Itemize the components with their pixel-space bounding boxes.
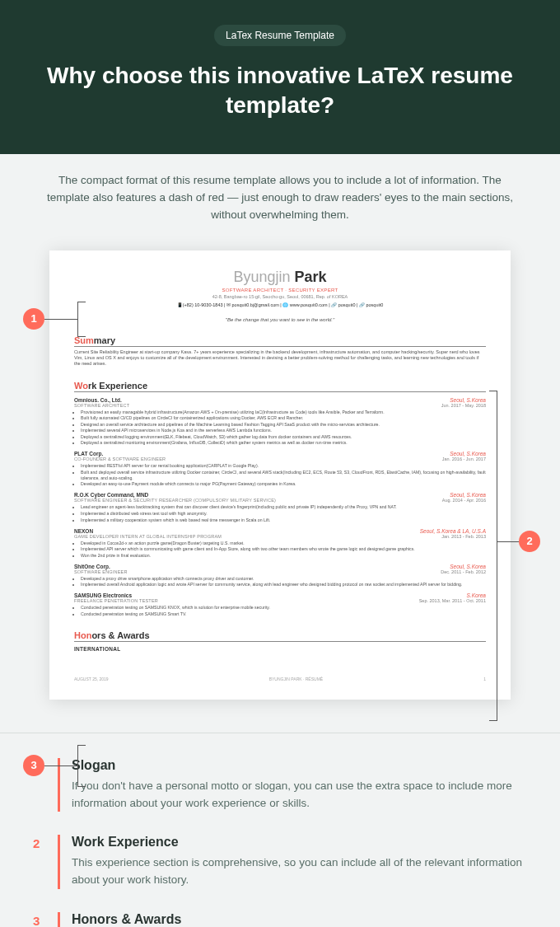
job-bullet: Implemented overall Android application … (81, 582, 486, 588)
callout: 1 Slogan If you don't have a personal mo… (33, 758, 527, 812)
job-location: Seoul, S.Korea (450, 564, 486, 569)
callout-body: Slogan If you don't have a personal mott… (58, 758, 527, 812)
job-company: R.O.K Cyber Command, MND (74, 492, 148, 498)
connector-line (77, 336, 86, 337)
marker-1: 1 (23, 308, 44, 330)
footer-page: 1 (483, 677, 486, 681)
callouts-section: 1 Slogan If you don't have a personal mo… (0, 733, 560, 927)
footer-center: BYUNGJIN PARK · RÉSUMÉ (269, 677, 323, 681)
resume-footer: AUGUST 25, 2019 BYUNGJIN PARK · RÉSUMÉ 1 (74, 677, 486, 681)
honors-international: INTERNATIONAL (74, 646, 486, 652)
resume-document: Byungjin Park SOFTWARE ARCHITECT · SECUR… (49, 250, 511, 700)
callout-number: 3 (33, 912, 44, 927)
job-location: S.Korea (467, 592, 487, 598)
job-bullet: Deployed a centralized monitoring enviro… (81, 440, 486, 446)
job-bullet: Lead engineer on agent-less backtracking… (81, 504, 486, 510)
job-bullet: Conducted penetration testing on SAMSUNG… (81, 605, 486, 611)
job-dates: Sep. 2013, Mar. 2011 - Oct. 2011 (419, 598, 486, 603)
resume-header: Byungjin Park SOFTWARE ARCHITECT · SECUR… (74, 269, 486, 322)
callout-title: Slogan (72, 758, 527, 773)
job-bullets: Developed in Cocos2d-x an action puzzle … (81, 541, 486, 559)
job-bullets: Provisioned an easily managable hybrid i… (81, 410, 486, 447)
job-bullet: Deployed a centralized logging environme… (81, 434, 486, 440)
job-bullets: Conducted penetration testing on SAMSUNG… (81, 605, 486, 617)
connector-line (44, 765, 77, 766)
marker-2: 2 (519, 531, 540, 552)
job-bullet: Provisioned an easily managable hybrid i… (81, 410, 486, 415)
callout-text: This experience section is comprehensive… (72, 854, 527, 889)
connector-line (489, 720, 497, 721)
connector-line (497, 391, 497, 720)
summary-text: Current Site Reliability Engineer at sta… (74, 349, 486, 368)
job-location: Seoul, S.Korea (450, 492, 486, 498)
connector-line (77, 302, 78, 336)
job-bullet: Built and deployed overall service infra… (81, 470, 486, 481)
job-entry: SAMSUNG ElectronicsS.Korea FREELANCE PEN… (74, 592, 486, 617)
job-role: SOFTWARE ENGINEER (74, 569, 128, 574)
resume-subtitle: SOFTWARE ARCHITECT · SECURITY EXPERT (74, 288, 486, 293)
job-bullet: Conducted penetration testing on SAMSUNG… (81, 611, 486, 617)
resume-contact: 📱(+82) 10-9030-1843 | ✉ posquit0.bj@gmai… (74, 302, 486, 307)
callout-body: Work Experience This experience section … (58, 835, 527, 889)
job-bullet: Designed an overall service architecture… (81, 422, 486, 428)
honors-section: Honors & Awards INTERNATIONAL (74, 630, 486, 652)
job-bullet: Developed a proxy drive smartphone appli… (81, 576, 486, 582)
job-dates: Jun. 2017 - May. 2018 (441, 403, 486, 408)
section-title-work: Work Experience (74, 381, 486, 392)
job-dates: Jan. 2013 - Feb. 2013 (441, 534, 486, 539)
job-role: SOFTWARE ENGINEER & SECURITY RESEARCHER … (74, 498, 276, 503)
job-entry: R.O.K Cyber Command, MNDSeoul, S.Korea S… (74, 492, 486, 522)
connector-line (77, 786, 86, 787)
job-entry: NEXONSeoul, S.Korea & LA, U.S.A GAME DEV… (74, 528, 486, 559)
job-bullets: Lead engineer on agent-less backtracking… (81, 504, 486, 522)
section-title-summary: Summary (74, 335, 486, 347)
job-bullets: Implemented RESTful API server for car r… (81, 463, 486, 487)
job-bullet: Implemented RESTful API server for car r… (81, 463, 486, 469)
job-location: Seoul, S.Korea & LA, U.S.A (420, 528, 486, 534)
connector-line (44, 319, 77, 320)
intro-text: The compact format of this resume templa… (41, 172, 519, 224)
job-bullet: Won the 2nd prize in final evaluation. (81, 553, 486, 559)
job-bullet: Built fully automated CI/CD pipelines on… (81, 415, 486, 421)
job-dates: Dec. 2011 - Feb. 2012 (441, 569, 486, 574)
job-entry: PLAT Corp.Seoul, S.Korea CO-FOUNDER & SO… (74, 451, 486, 487)
job-role: SOFTWARE ARCHITECT (74, 403, 129, 408)
job-company: SAMSUNG Electronics (74, 592, 132, 598)
job-bullets: Developed a proxy drive smartphone appli… (81, 576, 486, 588)
connector-line (77, 745, 78, 786)
job-dates: Aug. 2014 - Apr. 2016 (442, 498, 486, 503)
job-bullet: Implemented a distributed web stress tes… (81, 511, 486, 517)
job-entry: ShitOne Corp.Seoul, S.Korea SOFTWARE ENG… (74, 564, 486, 588)
connector-line (77, 302, 86, 302)
resume-address: 42-8, Bangbae-ro 15-gil, Seocho-gu, Seou… (74, 294, 486, 299)
job-bullet: Implemented several API microservices in… (81, 428, 486, 433)
callout: 2 Work Experience This experience sectio… (33, 835, 527, 889)
job-company: ShitOne Corp. (74, 564, 110, 569)
job-entry: Omnious. Co., Ltd.Seoul, S.Korea SOFTWAR… (74, 397, 486, 447)
work-section: Work Experience Omnious. Co., Ltd.Seoul,… (74, 381, 486, 617)
marker-3: 3 (23, 755, 44, 776)
callout: 3 Honors & Awards Including job-relevant… (33, 912, 527, 927)
connector-line (497, 541, 519, 542)
connector-line (77, 745, 86, 746)
job-company: NEXON (74, 528, 93, 534)
page-title: Why choose this innovative LaTeX resume … (33, 61, 527, 121)
job-bullet: Developed in Cocos2d-x an action puzzle … (81, 541, 486, 546)
job-location: Seoul, S.Korea (450, 451, 486, 456)
job-role: GAME DEVELOPER INTERN AT GLOBAL INTERNSH… (74, 534, 222, 539)
section-title-honors: Honors & Awards (74, 630, 486, 642)
resume-preview-area: 1 2 3 Byungjin Park SOFTWARE ARCHITECT ·… (0, 242, 560, 733)
callout-body: Honors & Awards Including job-relevant c… (58, 912, 527, 927)
job-dates: Jan. 2016 - Jun. 2017 (442, 456, 486, 461)
job-location: Seoul, S.Korea (450, 397, 486, 403)
job-bullet: Implemented API server which is communic… (81, 546, 486, 552)
template-badge: LaTex Resume Template (214, 25, 346, 46)
callout-title: Work Experience (72, 835, 527, 850)
job-bullet: Developed an easy-to-use Payment module … (81, 481, 486, 487)
job-company: Omnious. Co., Ltd. (74, 397, 122, 403)
callout-title: Honors & Awards (72, 912, 527, 927)
intro-section: The compact format of this resume templa… (0, 154, 560, 242)
connector-line (489, 391, 497, 391)
summary-section: Summary Current Site Reliability Enginee… (74, 335, 486, 368)
callout-text: If you don't have a personal motto or sl… (72, 778, 527, 812)
